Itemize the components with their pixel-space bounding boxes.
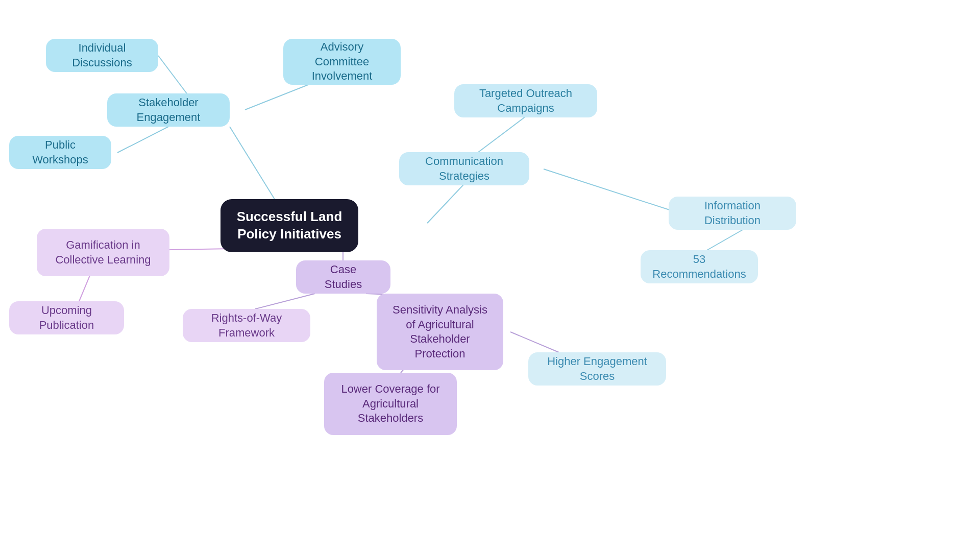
gamification-node[interactable]: Gamification in Collective Learning — [37, 229, 169, 276]
recommendations-node[interactable]: 53 Recommendations — [641, 250, 758, 283]
rights-of-way-node[interactable]: Rights-of-Way Framework — [183, 309, 310, 342]
svg-line-7 — [707, 230, 743, 250]
advisory-committee-node[interactable]: Advisory Committee Involvement — [283, 39, 401, 85]
mind-map-connections — [0, 0, 980, 553]
information-distribution-node[interactable]: Information Distribution — [669, 197, 796, 230]
svg-line-3 — [117, 127, 168, 153]
public-workshops-node[interactable]: Public Workshops — [9, 136, 111, 169]
svg-line-9 — [255, 294, 315, 309]
individual-discussions-node[interactable]: Individual Discussions — [46, 39, 158, 72]
targeted-outreach-node[interactable]: Targeted Outreach Campaigns — [454, 84, 597, 117]
svg-line-12 — [510, 332, 559, 352]
higher-engagement-node[interactable]: Higher Engagement Scores — [528, 352, 666, 386]
case-studies-node[interactable]: Case Studies — [296, 260, 390, 294]
lower-coverage-node[interactable]: Lower Coverage for Agricultural Stakehol… — [324, 373, 457, 435]
svg-line-6 — [544, 169, 679, 213]
upcoming-publication-node[interactable]: Upcoming Publication — [9, 301, 124, 334]
stakeholder-engagement-node[interactable]: Stakeholder Engagement — [107, 93, 230, 127]
center-node[interactable]: Successful Land Policy Initiatives — [220, 199, 358, 252]
sensitivity-analysis-node[interactable]: Sensitivity Analysis of Agricultural Sta… — [377, 294, 503, 370]
communication-strategies-node[interactable]: Communication Strategies — [399, 152, 529, 185]
